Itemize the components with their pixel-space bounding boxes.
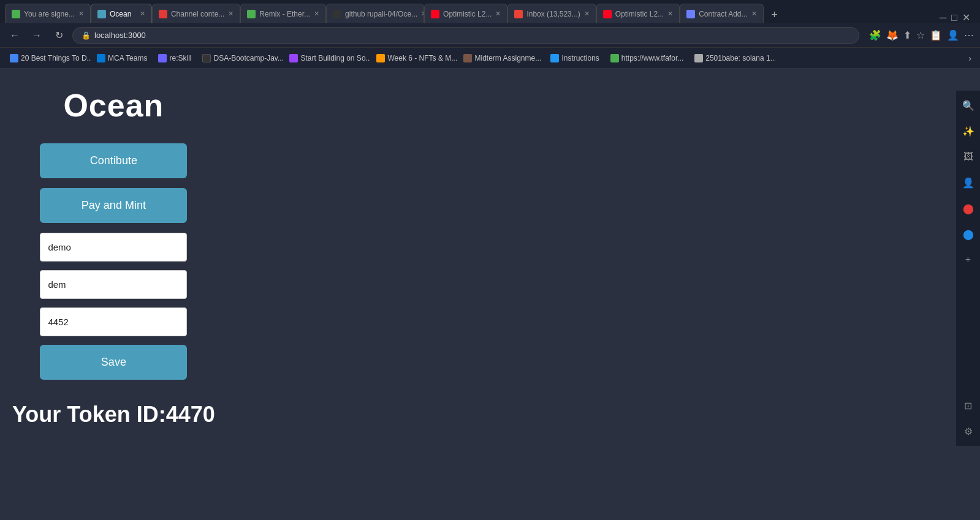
tab7-close[interactable]: ✕ xyxy=(584,10,590,18)
tab-you-are-signed[interactable]: You are signe... ✕ xyxy=(5,4,91,23)
menu-icon[interactable]: ⋯ xyxy=(964,29,974,41)
tab1-close[interactable]: ✕ xyxy=(78,10,84,18)
input-field-3[interactable] xyxy=(40,307,187,336)
browser-frame: You are signe... ✕ Ocean ✕ Channel conte… xyxy=(0,0,980,520)
tab9-label: Contract Add... xyxy=(699,10,747,18)
address-bar-row: ← → ↻ 🔒 localhost:3000 🧩 🦊 ⬆ ☆ 📋 👤 ⋯ xyxy=(0,23,980,48)
forward-button[interactable]: → xyxy=(28,27,45,44)
tab7-label: Inbox (13,523...) xyxy=(526,10,580,18)
bookmark6-favicon xyxy=(376,54,385,62)
bookmarks-more[interactable]: › xyxy=(965,52,975,64)
tab8-favicon xyxy=(603,10,612,18)
profile-icon[interactable]: 👤 xyxy=(947,29,959,41)
sidebar-copilot-icon[interactable]: ✨ xyxy=(960,122,977,140)
tab9-close[interactable]: ✕ xyxy=(751,10,757,18)
tab7-favicon xyxy=(514,10,523,18)
pay-mint-button[interactable]: Pay and Mint xyxy=(40,188,187,223)
bookmark-best-things[interactable]: 20 Best Things To D... xyxy=(5,53,91,64)
extensions-icon[interactable]: 🧩 xyxy=(869,29,881,41)
sidebar-settings-icon[interactable]: ⚙ xyxy=(960,423,977,440)
tab-optimistic2[interactable]: Optimistic L2... ✕ xyxy=(596,4,680,23)
tab4-close[interactable]: ✕ xyxy=(314,10,319,18)
tab6-close[interactable]: ✕ xyxy=(495,10,501,18)
sidebar-feedback-icon[interactable]: ⊡ xyxy=(960,397,977,414)
bookmark-start-building[interactable]: Start Building on So... xyxy=(284,53,370,64)
bookmark-midterm[interactable]: Midterm Assignme... xyxy=(458,53,544,64)
bookmark1-favicon xyxy=(10,54,18,62)
tab2-label: Ocean xyxy=(110,10,131,18)
tab-gmail[interactable]: Inbox (13,523...) ✕ xyxy=(507,4,596,23)
tab9-favicon xyxy=(686,10,695,18)
reading-list-icon[interactable]: 📋 xyxy=(930,29,942,41)
tab6-label: Optimistic L2... xyxy=(443,10,492,18)
bookmark3-label: re:Skill xyxy=(169,54,191,62)
tab2-close[interactable]: ✕ xyxy=(140,10,145,18)
main-content: Ocean Contibute Pay and Mint Save Your T… xyxy=(0,69,227,446)
minimize-button[interactable]: ─ xyxy=(940,12,946,23)
bookmark-reskill[interactable]: re:Skill xyxy=(153,53,196,64)
address-bar[interactable]: 🔒 localhost:3000 xyxy=(72,27,859,44)
tab3-favicon xyxy=(159,10,167,18)
bookmark8-favicon xyxy=(550,54,559,62)
bookmark4-favicon xyxy=(202,54,211,62)
bookmark5-favicon xyxy=(289,54,298,62)
metamask-icon[interactable]: 🦊 xyxy=(886,29,898,41)
sidebar-profile-icon[interactable]: 👤 xyxy=(960,174,977,191)
tab-contract[interactable]: Contract Add... ✕ xyxy=(680,4,763,23)
bookmark9-label: https://www.tfafor... xyxy=(621,54,683,62)
tab-github[interactable]: github rupali-04/Oce... ✕ xyxy=(326,4,424,23)
bookmark4-label: DSA-Bootcamp-Jav... xyxy=(213,54,283,62)
save-button[interactable]: Save xyxy=(40,345,187,380)
tab-optimistic1[interactable]: Optimistic L2... ✕ xyxy=(424,4,507,23)
token-id-display: Your Token ID:4470 xyxy=(12,402,215,428)
bookmark8-label: Instructions xyxy=(561,54,599,62)
tab6-favicon xyxy=(431,10,439,18)
bookmark-mca-teams[interactable]: MCA Teams xyxy=(92,53,152,64)
bookmark-dsa-bootcamp[interactable]: DSA-Bootcamp-Jav... xyxy=(197,53,283,64)
back-button[interactable]: ← xyxy=(6,27,23,44)
sidebar-collections-icon[interactable]: 🖼 xyxy=(960,148,977,165)
bookmark7-label: Midterm Assignme... xyxy=(474,54,541,62)
lock-icon: 🔒 xyxy=(82,31,91,40)
input-field-1[interactable] xyxy=(40,233,187,262)
bookmark2-favicon xyxy=(97,54,105,62)
bookmark1-label: 20 Best Things To D... xyxy=(21,54,91,62)
new-tab-button[interactable]: + xyxy=(766,6,783,23)
bookmark10-label: 2501babe: solana 1... xyxy=(705,54,775,62)
app-title: Ocean xyxy=(63,87,164,124)
tab8-label: Optimistic L2... xyxy=(615,10,664,18)
update-icon[interactable]: ⬆ xyxy=(903,29,911,41)
tab-channel[interactable]: Channel conte... ✕ xyxy=(152,4,240,23)
sidebar-search-icon[interactable]: 🔍 xyxy=(960,97,977,114)
close-window-button[interactable]: ✕ xyxy=(962,12,970,23)
bookmark-tfafor[interactable]: https://www.tfafor... xyxy=(606,53,688,64)
tab5-favicon xyxy=(333,10,341,18)
contribute-button[interactable]: Contibute xyxy=(40,143,187,178)
tab-bar: You are signe... ✕ Ocean ✕ Channel conte… xyxy=(0,0,980,23)
sidebar-red-icon[interactable]: ⬤ xyxy=(960,200,977,217)
tab1-favicon xyxy=(12,10,20,18)
bookmark-week6[interactable]: Week 6 - NFTs & M... xyxy=(371,53,457,64)
maximize-button[interactable]: □ xyxy=(951,12,957,23)
bookmark-2501babe[interactable]: 2501babe: solana 1... xyxy=(689,53,775,64)
tab-remix[interactable]: Remix - Ether... ✕ xyxy=(240,4,326,23)
star-icon[interactable]: ☆ xyxy=(916,29,925,41)
tab4-favicon xyxy=(247,10,256,18)
tab2-favicon xyxy=(97,10,106,18)
bookmark-instructions[interactable]: Instructions xyxy=(545,53,604,64)
bookmark5-label: Start Building on So... xyxy=(300,54,370,62)
bookmark9-favicon xyxy=(610,54,619,62)
tab-ocean[interactable]: Ocean ✕ xyxy=(91,4,152,23)
sidebar-add-icon[interactable]: + xyxy=(960,251,977,268)
url-text: localhost:3000 xyxy=(94,31,146,40)
tab3-close[interactable]: ✕ xyxy=(228,10,234,18)
bookmark2-label: MCA Teams xyxy=(108,54,147,62)
sidebar-blue-icon[interactable]: ⬤ xyxy=(960,225,977,243)
input-field-2[interactable] xyxy=(40,270,187,299)
tab4-label: Remix - Ether... xyxy=(259,10,310,18)
tab1-label: You are signe... xyxy=(24,10,75,18)
bookmark6-label: Week 6 - NFTs & M... xyxy=(387,54,457,62)
bookmark10-favicon xyxy=(694,54,703,62)
tab8-close[interactable]: ✕ xyxy=(667,10,673,18)
refresh-button[interactable]: ↻ xyxy=(50,27,67,44)
